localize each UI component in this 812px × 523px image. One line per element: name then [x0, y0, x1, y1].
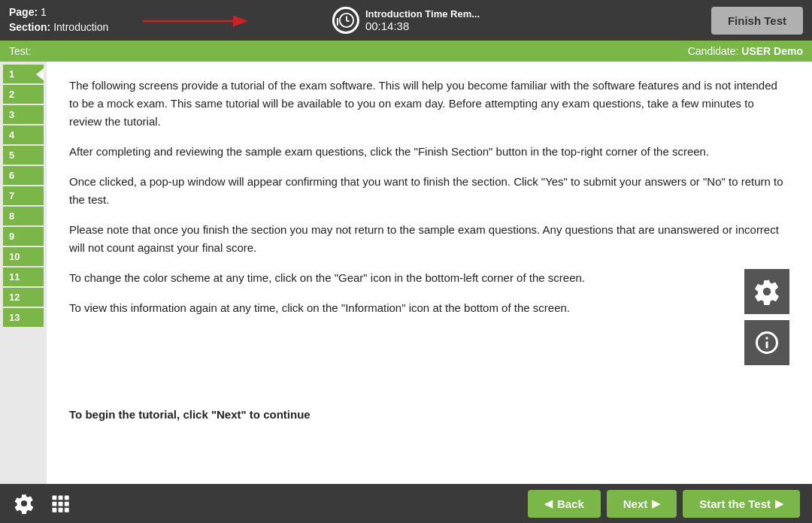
- footer-left: [12, 491, 72, 515]
- gear-footer-icon[interactable]: [12, 491, 36, 515]
- page-line: Page: 1: [9, 5, 108, 20]
- page-label: Page:: [9, 6, 38, 18]
- clock-icon: [332, 7, 359, 34]
- sidebar-item-5[interactable]: 5: [3, 146, 44, 165]
- svg-rect-10: [65, 502, 69, 506]
- section-line: Section: Introduction: [9, 20, 108, 35]
- svg-rect-11: [53, 508, 57, 512]
- grid-icon: [50, 493, 71, 514]
- sidebar-item-10[interactable]: 10: [3, 247, 44, 266]
- start-test-button[interactable]: Start the Test ▶: [683, 490, 800, 518]
- gear-icon-box: [744, 269, 789, 314]
- question-sidebar: 12345678910111213: [0, 62, 47, 484]
- sidebar-item-6[interactable]: 6: [3, 166, 44, 185]
- svg-rect-8: [53, 502, 57, 506]
- sidebar-item-12[interactable]: 12: [3, 288, 44, 307]
- sidebar-item-11[interactable]: 11: [3, 268, 44, 286]
- content-para-3: Once clicked, a pop-up window will appea…: [69, 173, 789, 209]
- footer: ◀ Back Next ▶ Start the Test ▶: [0, 484, 812, 523]
- icon-column: [744, 269, 789, 368]
- main-area: 12345678910111213 The following screens …: [0, 62, 812, 484]
- settings-icon: [14, 493, 35, 514]
- back-label: Back: [557, 497, 584, 510]
- continue-text: To begin the tutorial, click "Next" to c…: [69, 406, 789, 424]
- status-bar: Test: Candidate: USER Demo: [0, 41, 812, 62]
- grid-footer-icon[interactable]: [48, 491, 72, 515]
- svg-rect-9: [59, 502, 63, 506]
- next-label: Next: [623, 497, 648, 510]
- timer-area: Introduction Time Rem... 00:14:38: [332, 7, 480, 34]
- content-para-4: Please note that once you finish the sec…: [69, 221, 789, 257]
- start-label: Start the Test: [699, 497, 771, 510]
- gear-icon: [753, 278, 780, 305]
- content-para-1: The following screens provide a tutorial…: [69, 77, 789, 131]
- candidate-label: Candidate:: [688, 45, 739, 57]
- candidate-info: Candidate: USER Demo: [688, 45, 803, 57]
- section-label: Section:: [9, 21, 53, 33]
- footer-right: ◀ Back Next ▶ Start the Test ▶: [528, 490, 800, 518]
- red-arrow-icon: [135, 6, 263, 36]
- sidebar-item-3[interactable]: 3: [3, 105, 44, 124]
- svg-rect-7: [65, 496, 69, 500]
- timer-text: Introduction Time Rem... 00:14:38: [365, 8, 480, 32]
- sidebar-item-4[interactable]: 4: [3, 125, 44, 144]
- info-icon: [753, 329, 780, 356]
- sidebar-item-13[interactable]: 13: [3, 308, 44, 327]
- sidebar-item-1[interactable]: 1: [3, 65, 44, 83]
- page-info: Page: 1 Section: Introduction: [9, 5, 108, 35]
- sidebar-item-9[interactable]: 9: [3, 227, 44, 246]
- info-icon-box: [744, 320, 789, 365]
- back-button[interactable]: ◀ Back: [528, 490, 601, 518]
- icon-section: To change the color scheme at any time, …: [69, 269, 789, 368]
- content-panel: The following screens provide a tutorial…: [47, 62, 812, 484]
- content-para-6: To view this information again at any ti…: [69, 299, 789, 317]
- header: Page: 1 Section: Introduction Introducti…: [0, 0, 812, 41]
- sidebar-item-2[interactable]: 2: [3, 85, 44, 104]
- svg-rect-6: [59, 496, 63, 500]
- svg-rect-5: [53, 496, 57, 500]
- sidebar-item-7[interactable]: 7: [3, 186, 44, 205]
- content-para-5: To change the color scheme at any time, …: [69, 269, 789, 287]
- content-para-2: After completing and reviewing the sampl…: [69, 143, 789, 161]
- section-name: Introduction: [53, 21, 108, 33]
- start-arrow-icon: ▶: [775, 497, 783, 509]
- test-label: Test:: [9, 45, 32, 57]
- next-button[interactable]: Next ▶: [607, 490, 677, 518]
- timer-value: 00:14:38: [365, 20, 480, 32]
- svg-rect-12: [59, 508, 63, 512]
- page-number: 1: [41, 6, 47, 18]
- next-arrow-icon: ▶: [652, 497, 660, 509]
- candidate-name: USER Demo: [741, 45, 803, 57]
- svg-rect-13: [65, 508, 69, 512]
- sidebar-item-8[interactable]: 8: [3, 207, 44, 225]
- back-arrow-icon: ◀: [544, 497, 553, 509]
- finish-test-button[interactable]: Finish Test: [711, 7, 803, 35]
- timer-label: Introduction Time Rem...: [365, 8, 480, 20]
